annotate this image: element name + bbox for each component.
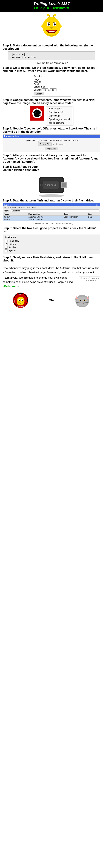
svg-point-18 xyxy=(59,25,62,28)
header: Trolling Level: 1337 OC by BPIBellsprout xyxy=(0,0,103,11)
svg-point-69 xyxy=(80,300,80,301)
choose-file-button[interactable]: Choose File xyxy=(38,143,52,146)
fe-menu-view[interactable]: View xyxy=(12,207,16,209)
svg-rect-35 xyxy=(38,115,41,116)
table-row[interactable]: autorun 1/01/2012 5:04 AM xyxy=(3,218,100,221)
svg-point-3 xyxy=(54,14,56,16)
context-menu-item[interactable]: Copy image xyxy=(46,114,72,118)
step1-title: Step 1: Make a document on notepad with … xyxy=(3,44,100,50)
context-menu-item[interactable]: Copy image URL xyxy=(46,111,72,114)
fe-address-value: C:\autorun xyxy=(11,210,99,212)
image-upload-box: 1 Image upload Upload Your Logo, Image, … xyxy=(3,134,100,152)
root-note: (This should be in the root of their fla… xyxy=(3,222,100,225)
svg-text:WORLDWIDE: WORLDWIDE xyxy=(17,306,24,307)
step9-title: Step 9: Safely remove their flash drive,… xyxy=(3,256,100,262)
svg-point-70 xyxy=(84,300,84,301)
svg-text:TROLL: TROLL xyxy=(19,294,22,295)
attr-title: Attributes xyxy=(5,236,98,239)
step6: Step 6: Steal Acquire your victim's frie… xyxy=(3,165,100,172)
troll-face-icon xyxy=(40,13,63,40)
main-content: Step 1: Make a document on notepad with … xyxy=(0,41,103,311)
svg-point-10 xyxy=(55,24,56,25)
step8-title: Step 8: Select the two files, go to prop… xyxy=(3,227,100,233)
swastika-icon xyxy=(30,106,44,121)
file-input-row: Choose File No file chosen xyxy=(4,143,99,146)
svg-point-52 xyxy=(19,300,20,301)
svg-rect-29 xyxy=(34,113,41,114)
fe-menu-edit[interactable]: Edit xyxy=(8,207,11,209)
step6-label: Step 6: xyxy=(3,165,12,168)
context-menu-item[interactable]: Inspect element xyxy=(46,121,72,125)
svg-point-7 xyxy=(48,23,50,26)
checkbox-archive[interactable] xyxy=(5,246,7,249)
side-note-float: (They won't know how to fix it either!) xyxy=(79,276,100,282)
svg-rect-15 xyxy=(51,31,53,32)
table-row[interactable]: autorun 1/01/2012 5:03 AM Setup Informat… xyxy=(3,216,100,218)
notepad-block: [autorun] icon=autorun.ico xyxy=(8,52,95,60)
checkbox-hidden[interactable]: ✓ xyxy=(5,243,7,245)
fe-menu-favorites[interactable]: Favorites xyxy=(17,207,25,209)
svg-point-53 xyxy=(22,300,23,301)
bottom-images: TROLL WORLDWIDE PRIDE Mfw xyxy=(3,292,100,309)
svg-rect-16 xyxy=(53,31,54,32)
fe-menubar: File Edit View Favorites Tools Help xyxy=(3,206,100,209)
checkbox-hidden-row: ✓ Hidden xyxy=(5,243,98,245)
checkbox-archive-row: Archive xyxy=(5,246,98,249)
fe-titlebar: autorun _ □ × xyxy=(3,204,100,206)
checkbox-system-row: System xyxy=(5,249,98,252)
troll-pride-badge-icon: TROLL WORLDWIDE PRIDE xyxy=(13,292,29,308)
fe-menu-file[interactable]: File xyxy=(4,207,6,209)
svg-point-2 xyxy=(47,14,49,16)
cat-face-icon xyxy=(74,292,90,308)
svg-rect-40 xyxy=(62,183,66,187)
context-menu-item[interactable]: Save image as... xyxy=(46,107,72,111)
step3-title: Step 3: Google something offensive. I fi… xyxy=(3,98,100,105)
svg-text:FLASH DRIVE: FLASH DRIVE xyxy=(45,184,56,186)
notepad-line1: [autorun] xyxy=(12,53,91,56)
svg-point-9 xyxy=(49,24,50,25)
flash-drive-container: FLASH DRIVE xyxy=(3,174,100,197)
svg-rect-31 xyxy=(34,114,36,116)
step2-title: Step 2: Go to google. On the left hand s… xyxy=(3,66,100,73)
context-menu-item[interactable]: Open image in new tab xyxy=(46,118,72,121)
google-size-mock: Any size Large Medium Small Larger than … xyxy=(32,74,71,97)
upload-inner: Upload Your Logo, Image, or Photo File T… xyxy=(3,138,100,152)
fe-address-bar: Address C:\autorun xyxy=(3,209,100,213)
step4-title: Step 4: Google "Jpeg to ico". Gifs, pngs… xyxy=(3,127,100,133)
svg-point-13 xyxy=(50,27,53,29)
checkbox-system[interactable] xyxy=(5,249,7,252)
svg-rect-54 xyxy=(20,303,20,304)
svg-rect-14 xyxy=(49,31,51,32)
fe-menu-help[interactable]: Help xyxy=(32,207,36,209)
step6-strikethrough: Steal xyxy=(13,165,20,168)
fe-title: autorun xyxy=(4,204,10,206)
svg-point-36 xyxy=(39,194,64,197)
step6-friend: friend's flash drive xyxy=(14,168,39,172)
svg-point-8 xyxy=(54,23,56,26)
svg-text:PRIDE: PRIDE xyxy=(14,300,15,303)
troll-face-container xyxy=(0,13,103,41)
header-oc: OC by BPIBellsprout xyxy=(1,6,102,10)
divider xyxy=(3,264,100,264)
properties-box: Attributes Read-only ✓ Hidden Archive Sy… xyxy=(3,234,100,254)
swastika-section: Save image as... Copy image URL Copy ima… xyxy=(3,106,100,125)
checkbox-readonly[interactable] xyxy=(5,240,7,242)
step6-rest: Acquire your xyxy=(20,165,38,168)
svg-rect-55 xyxy=(21,303,22,304)
search-btn[interactable]: Search xyxy=(34,92,44,95)
mfw-label: Mfw xyxy=(49,299,54,303)
svg-point-49 xyxy=(17,297,24,305)
svg-point-64 xyxy=(76,297,88,307)
svg-rect-32 xyxy=(35,110,37,112)
checkbox-readonly-row: Read-only xyxy=(5,240,98,242)
troll-pride-badge-container: TROLL WORLDWIDE PRIDE xyxy=(13,292,29,309)
upload-button[interactable]: Upload it! xyxy=(45,147,58,150)
flash-drive-icon: FLASH DRIVE xyxy=(34,174,69,197)
no-file-chosen-label: No file chosen xyxy=(53,143,65,145)
context-menu: Save image as... Copy image URL Copy ima… xyxy=(46,106,72,125)
fe-menu-tools[interactable]: Tools xyxy=(26,207,31,209)
step5-title: Step 5: After you converted it and have … xyxy=(3,154,100,163)
svg-point-68 xyxy=(84,300,85,301)
final-paragraph1: Now, whenever they plug in their flash d… xyxy=(3,266,100,275)
svg-point-67 xyxy=(80,300,81,301)
